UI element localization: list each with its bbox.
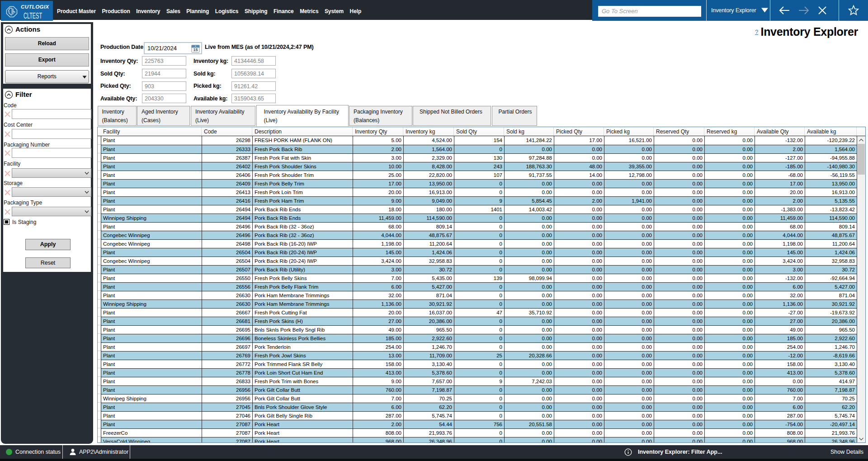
svg-text:15: 15	[193, 48, 198, 52]
